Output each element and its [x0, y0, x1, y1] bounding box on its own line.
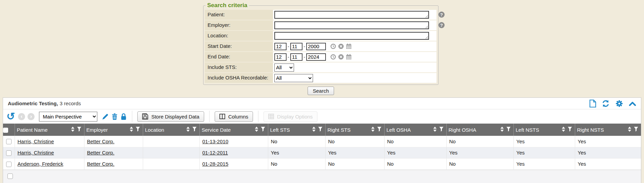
- lock-perspective-icon[interactable]: [120, 113, 127, 120]
- collapse-chevron-up-icon[interactable]: [629, 101, 636, 106]
- service-date-link[interactable]: 01-13-2010: [202, 139, 229, 144]
- end-date-month-input[interactable]: [274, 53, 287, 61]
- column-header-right-sts[interactable]: Right STS: [325, 124, 384, 136]
- service-date-link[interactable]: 01-12-2011: [202, 150, 228, 155]
- filter-funnel-icon[interactable]: [377, 127, 382, 133]
- search-criteria-legend: Search criteria: [206, 2, 249, 9]
- sort-icon[interactable]: [255, 127, 258, 133]
- filter-funnel-icon[interactable]: [506, 127, 511, 133]
- edit-perspective-pencil-icon[interactable]: [102, 113, 109, 120]
- employer-link[interactable]: Better Corp.: [87, 161, 115, 167]
- start-date-clock-icon[interactable]: [330, 43, 336, 50]
- search-criteria-fieldset: Search criteria Patient: ? Employer: ? L…: [203, 2, 438, 85]
- sort-icon[interactable]: [186, 127, 190, 133]
- start-date-year-input[interactable]: [306, 43, 326, 50]
- filter-funnel-icon[interactable]: [192, 127, 197, 133]
- toolbar-divider: [258, 111, 258, 122]
- end-date-calendar-icon[interactable]: [346, 54, 352, 60]
- columns-label: Columns: [228, 114, 248, 120]
- display-options-button[interactable]: Display Options: [264, 111, 317, 122]
- select-all-checkbox[interactable]: [3, 128, 8, 133]
- column-header-left-nsts[interactable]: Left NSTS: [513, 124, 575, 136]
- employer-label: Employer:: [205, 20, 273, 30]
- employer-link[interactable]: Better Corp.: [87, 139, 115, 144]
- end-date-clock-icon[interactable]: [330, 54, 336, 60]
- date-separator: -: [304, 43, 305, 49]
- end-date-day-input[interactable]: [290, 53, 303, 61]
- include-sts-select[interactable]: All: [274, 63, 294, 72]
- right-osha-cell: No: [446, 158, 513, 169]
- column-header-left-sts[interactable]: Left STS: [268, 124, 325, 136]
- filter-funnel-icon[interactable]: [568, 127, 572, 133]
- perspective-select[interactable]: Main Perspective: [39, 112, 97, 122]
- sort-icon[interactable]: [130, 127, 133, 133]
- patient-link[interactable]: Harris, Christine: [18, 139, 54, 144]
- start-date-day-input[interactable]: [290, 43, 303, 50]
- start-date-clear-icon[interactable]: [338, 43, 344, 50]
- location-input[interactable]: [274, 32, 429, 40]
- row-checkbox[interactable]: [6, 139, 12, 144]
- patient-help-icon[interactable]: ?: [438, 12, 445, 18]
- start-date-calendar-icon[interactable]: [346, 43, 352, 50]
- next-perspective-icon[interactable]: ›: [27, 113, 35, 120]
- filter-funnel-icon[interactable]: [136, 127, 140, 133]
- employer-help-icon[interactable]: ?: [438, 22, 445, 28]
- right-sts-cell: No: [325, 136, 384, 147]
- new-document-icon[interactable]: [589, 99, 596, 108]
- patient-input[interactable]: [274, 11, 429, 19]
- previous-perspective-icon[interactable]: ‹: [18, 113, 25, 120]
- row-checkbox[interactable]: [6, 162, 12, 167]
- footer-checkbox[interactable]: [7, 173, 13, 179]
- filter-funnel-icon[interactable]: [318, 127, 323, 133]
- sort-icon[interactable]: [562, 127, 565, 133]
- sort-icon[interactable]: [312, 127, 316, 133]
- end-date-label: End Date:: [205, 52, 273, 62]
- end-date-year-input[interactable]: [306, 53, 326, 61]
- sort-icon[interactable]: [371, 127, 375, 133]
- location-cell: [143, 158, 199, 169]
- end-date-row: End Date: - -: [205, 52, 436, 62]
- search-button[interactable]: Search: [308, 87, 334, 95]
- filter-funnel-icon[interactable]: [77, 127, 81, 133]
- sort-icon[interactable]: [433, 127, 437, 133]
- column-header-right-nsts[interactable]: Right NSTS: [575, 124, 641, 136]
- start-date-month-input[interactable]: [274, 43, 287, 50]
- start-date-row: Start Date: - -: [205, 41, 436, 51]
- sort-icon[interactable]: [500, 127, 504, 133]
- delete-perspective-trash-icon[interactable]: [111, 113, 118, 120]
- column-header-left-osha[interactable]: Left OSHA: [384, 124, 446, 136]
- gear-icon[interactable]: [615, 99, 623, 108]
- column-header-right-osha[interactable]: Right OSHA: [446, 124, 513, 136]
- sort-icon[interactable]: [628, 127, 631, 133]
- row-checkbox[interactable]: [6, 150, 12, 156]
- table-row: Harris, Christine Better Corp. 01-13-201…: [3, 136, 641, 147]
- patient-label: Patient:: [205, 10, 273, 20]
- column-header-patient-name[interactable]: Patient Name: [15, 124, 84, 136]
- service-date-link[interactable]: 01-28-2015: [202, 161, 229, 167]
- columns-button[interactable]: Columns: [215, 111, 253, 122]
- refresh-icon[interactable]: [602, 99, 610, 108]
- patient-link[interactable]: Harris, Christine: [18, 150, 54, 155]
- column-header-employer[interactable]: Employer: [84, 124, 143, 136]
- include-osha-select[interactable]: All: [274, 74, 313, 82]
- column-header-service-date[interactable]: Service Date: [199, 124, 268, 136]
- right-osha-cell: No: [446, 136, 513, 147]
- reset-perspective-icon[interactable]: ↺: [6, 113, 15, 120]
- include-osha-row: Include OSHA Recordable: All: [205, 73, 436, 83]
- sort-icon[interactable]: [71, 127, 75, 133]
- left-osha-cell: No: [384, 158, 446, 169]
- columns-icon: [219, 114, 225, 119]
- end-date-clear-icon[interactable]: [338, 54, 344, 60]
- left-osha-cell: No: [384, 136, 446, 147]
- patient-row: Patient: ?: [205, 10, 436, 20]
- filter-funnel-icon[interactable]: [261, 127, 265, 133]
- patient-link[interactable]: Anderson, Frederick: [18, 161, 63, 167]
- employer-input[interactable]: [274, 21, 429, 29]
- store-displayed-data-button[interactable]: Store Displayed Data: [137, 111, 204, 122]
- employer-link[interactable]: Better Corp.: [87, 150, 115, 155]
- column-header-location[interactable]: Location: [143, 124, 199, 136]
- filter-funnel-icon[interactable]: [439, 127, 444, 133]
- filter-funnel-icon[interactable]: [634, 127, 638, 133]
- grid-footer: [3, 170, 641, 183]
- right-nsts-cell: Yes: [575, 147, 641, 158]
